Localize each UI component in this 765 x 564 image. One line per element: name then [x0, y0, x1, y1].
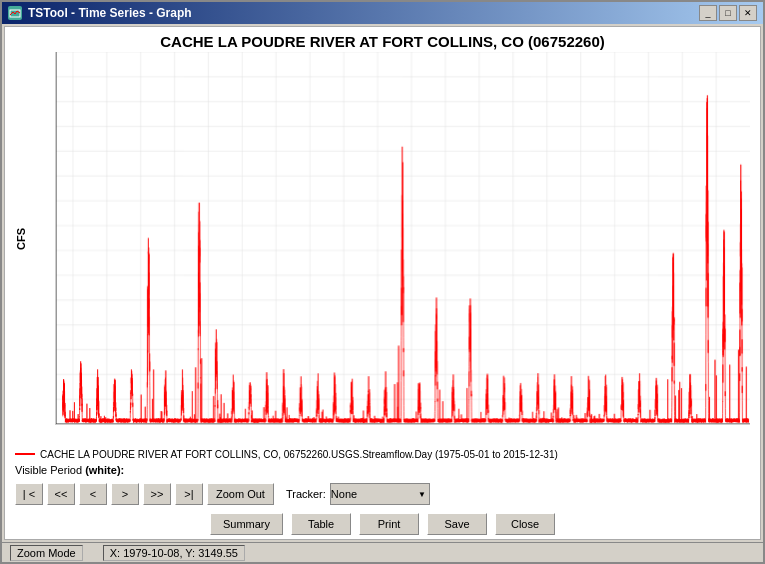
legend-text: CACHE LA POUDRE RIVER AT FORT COLLINS, C…	[40, 449, 558, 460]
zoom-mode-status: Zoom Mode	[10, 545, 83, 561]
save-button[interactable]: Save	[427, 513, 487, 535]
coordinates-label: X: 1979-10-08, Y: 3149.55	[110, 547, 238, 559]
title-bar: TSTool - Time Series - Graph _ □ ✕	[2, 2, 763, 24]
legend-line-icon	[15, 453, 35, 455]
visible-period-color-note: (white):	[85, 464, 124, 476]
app-icon	[8, 6, 22, 20]
nav-next-button[interactable]: >	[111, 483, 139, 505]
action-bar: Summary Table Print Save Close	[5, 509, 760, 539]
nav-next-large-button[interactable]: >>	[143, 483, 171, 505]
main-window: TSTool - Time Series - Graph _ □ ✕ CACHE…	[0, 0, 765, 564]
zoom-mode-label: Zoom Mode	[17, 547, 76, 559]
y-axis-label: CFS	[15, 228, 27, 250]
close-button-action[interactable]: Close	[495, 513, 555, 535]
summary-button[interactable]: Summary	[210, 513, 283, 535]
tracker-select-wrapper: None Nearest NearestSelected	[330, 483, 430, 505]
visible-period-label: Visible Period	[15, 464, 82, 476]
minimize-button[interactable]: _	[699, 5, 717, 21]
zoom-out-button[interactable]: Zoom Out	[207, 483, 274, 505]
maximize-button[interactable]: □	[719, 5, 737, 21]
close-button[interactable]: ✕	[739, 5, 757, 21]
status-bar: Zoom Mode X: 1979-10-08, Y: 3149.55	[2, 542, 763, 562]
legend-area: CACHE LA POUDRE RIVER AT FORT COLLINS, C…	[5, 445, 760, 463]
coordinates-status: X: 1979-10-08, Y: 3149.55	[103, 545, 245, 561]
chart-title: CACHE LA POUDRE RIVER AT FORT COLLINS, C…	[5, 27, 760, 52]
nav-first-button[interactable]: | <	[15, 483, 43, 505]
visible-period-bar: Visible Period (white):	[5, 463, 760, 479]
chart-canvas	[56, 52, 750, 424]
chart-area: CACHE LA POUDRE RIVER AT FORT COLLINS, C…	[4, 26, 761, 540]
print-button[interactable]: Print	[359, 513, 419, 535]
chart-plot-area[interactable]	[55, 52, 750, 425]
nav-bar: | < << < > >> >| Zoom Out Tracker: None …	[5, 479, 760, 509]
tracker-select[interactable]: None Nearest NearestSelected	[330, 483, 430, 505]
tracker-label: Tracker:	[286, 488, 326, 500]
window-controls: _ □ ✕	[699, 5, 757, 21]
title-bar-left: TSTool - Time Series - Graph	[8, 6, 192, 20]
nav-prev-large-button[interactable]: <<	[47, 483, 75, 505]
chart-container: CFS	[5, 52, 760, 445]
nav-prev-button[interactable]: <	[79, 483, 107, 505]
table-button[interactable]: Table	[291, 513, 351, 535]
nav-last-button[interactable]: >|	[175, 483, 203, 505]
window-title: TSTool - Time Series - Graph	[28, 6, 192, 20]
